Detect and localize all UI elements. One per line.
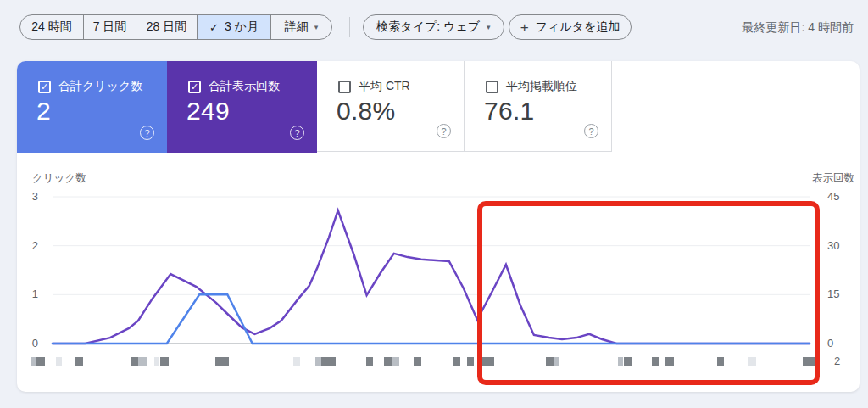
redacted-x-label [748, 357, 756, 366]
search-console-performance-screen: 24 時間 7 日間 28 日間 ✓ 3 か月 詳細 ▾ 検索タイプ: ウェブ … [0, 0, 868, 408]
redacted-x-label [717, 357, 724, 366]
last-updated-text: 最終更新日: 4 時間前 [743, 20, 854, 36]
redacted-x-axis-labels [17, 357, 860, 366]
redacted-x-label [56, 357, 62, 366]
redacted-x-label [138, 357, 147, 366]
add-filter-label: フィルタを追加 [536, 20, 620, 35]
redacted-x-label [479, 357, 494, 366]
date-range-28d[interactable]: 28 日間 [136, 15, 197, 39]
redacted-x-label [321, 357, 336, 366]
redacted-x-label [293, 357, 300, 366]
check-icon: ✓ [209, 21, 219, 34]
redacted-x-label [131, 357, 138, 366]
date-range-24h-label: 24 時間 [31, 20, 71, 35]
chevron-down-icon: ▾ [314, 24, 319, 31]
search-type-label: 検索タイプ: ウェブ [376, 20, 480, 35]
redacted-x-label [75, 357, 83, 366]
redacted-x-label [665, 357, 674, 366]
redacted-x-label [392, 357, 399, 366]
header-divider [47, 3, 868, 3]
performance-line-chart[interactable] [17, 61, 860, 392]
redacted-x-label [160, 357, 169, 366]
date-range-3m-label: 3 か月 [225, 20, 259, 35]
redacted-x-label [315, 357, 321, 366]
date-range-7d-label: 7 日間 [93, 20, 127, 35]
redacted-x-label [467, 357, 474, 366]
redacted-x-label [414, 357, 421, 366]
date-range-3m-selected[interactable]: ✓ 3 か月 [197, 15, 270, 39]
chevron-down-icon: ▾ [487, 24, 491, 31]
date-range-7d[interactable]: 7 日間 [83, 15, 136, 39]
redacted-x-label [652, 357, 659, 366]
search-type-button[interactable]: 検索タイプ: ウェブ ▾ [363, 14, 504, 40]
redacted-x-label [366, 357, 373, 366]
redacted-x-label [554, 357, 559, 366]
date-range-custom[interactable]: 詳細 ▾ [270, 15, 331, 39]
add-filter-button[interactable]: + フィルタを追加 [509, 14, 632, 40]
redacted-x-label [803, 357, 818, 366]
plus-icon: + [520, 20, 529, 35]
redacted-x-label [624, 357, 632, 366]
redacted-x-label [215, 357, 229, 366]
redacted-x-label [36, 357, 45, 366]
date-range-24h[interactable]: 24 時間 [20, 15, 83, 39]
date-range-selector: 24 時間 7 日間 28 日間 ✓ 3 か月 詳細 ▾ [19, 14, 332, 40]
date-range-28d-label: 28 日間 [147, 20, 186, 35]
redacted-x-label [384, 357, 392, 366]
redacted-x-label [618, 357, 623, 366]
date-range-custom-label: 詳細 [285, 20, 309, 35]
redacted-x-label [546, 357, 554, 366]
redacted-x-label [31, 357, 36, 366]
redacted-x-label [453, 357, 460, 366]
redacted-x-label [154, 357, 159, 366]
toolbar-divider [349, 17, 350, 37]
performance-panel: ✓ 合計クリック数 2 ? ✓ 合計表示回数 249 ? 平均 CTR 0.8%… [17, 61, 860, 392]
